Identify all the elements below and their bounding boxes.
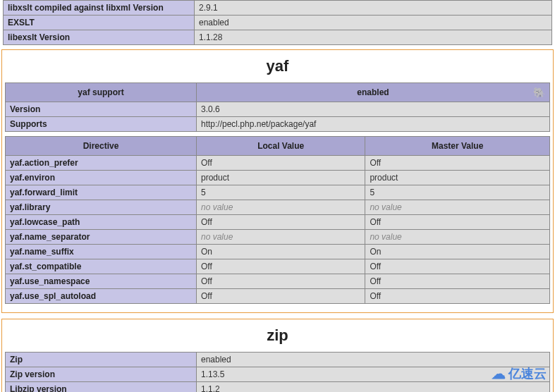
master-value: no value [365,230,550,245]
yaf-title: yaf [5,57,550,75]
local-value: On [197,245,365,259]
zip-title: zip [5,326,550,345]
master-value: Off [365,215,550,230]
local-value: 5 [197,185,365,200]
row-label: Libzip version [6,382,197,393]
master-value: 5 [365,185,550,200]
directive-name: yaf.action_prefer [6,156,197,171]
row-value: http://pecl.php.net/package/yaf [197,117,550,132]
local-value: Off [197,274,365,289]
table-row: yaf.libraryno valueno value [6,200,550,215]
local-value: no value [197,230,365,245]
table-row: Supportshttp://pecl.php.net/package/yaf [6,117,550,132]
table-row: yaf.forward_limit55 [6,185,550,200]
top-table: libxslt compiled against libxml Version2… [3,0,552,45]
local-value: no value [197,200,365,215]
local-value-header: Local Value [197,137,365,156]
table-row: yaf.name_suffixOnOn [6,245,550,259]
row-label: Zip version [6,367,197,382]
master-value: Off [365,156,550,171]
libxml-fragment: libxslt compiled against libxml Version2… [1,0,554,45]
table-row: yaf.action_preferOffOff [6,156,550,171]
directive-header: Directive [6,137,197,156]
table-row: yaf.lowcase_pathOffOff [6,215,550,230]
master-value: On [365,245,550,259]
master-value: product [365,171,550,185]
directive-name: yaf.name_suffix [6,245,197,259]
local-value: Off [197,259,365,274]
yaf-support-header-right-text: enabled [357,87,389,97]
row-label: Version [6,102,197,117]
local-value: Off [197,156,365,171]
zip-table: ZipenabledZip version1.13.5Libzip versio… [5,352,550,392]
row-value: 1.1.2 [197,382,550,393]
directive-name: yaf.st_compatible [6,259,197,274]
row-value: 1.1.28 [195,30,552,45]
directive-name: yaf.forward_limit [6,185,197,200]
php-logo-icon: 🐘 [533,87,545,98]
row-value: enabled [195,16,552,30]
table-row: EXSLTenabled [4,16,552,30]
row-value: 1.13.5 [197,367,550,382]
table-row: yaf.st_compatibleOffOff [6,259,550,274]
table-row: yaf.use_spl_autoloadOffOff [6,289,550,304]
row-value: 3.0.6 [197,102,550,117]
master-value: no value [365,200,550,215]
yaf-support-table: yaf support enabled 🐘 Version3.0.6Suppor… [5,82,550,132]
directive-name: yaf.name_separator [6,230,197,245]
yaf-section: yaf yaf support enabled 🐘 Version3.0.6Su… [1,49,554,313]
directive-name: yaf.library [6,200,197,215]
yaf-directives-table: Directive Local Value Master Value yaf.a… [5,136,550,304]
table-row: Libzip version1.1.2 [6,382,550,393]
row-label: EXSLT [4,16,195,30]
table-row: Version3.0.6 [6,102,550,117]
table-row: libexslt Version1.1.28 [4,30,552,45]
table-row: yaf.name_separatorno valueno value [6,230,550,245]
yaf-support-header-right: enabled 🐘 [197,83,550,102]
directive-name: yaf.environ [6,171,197,185]
master-value: Off [365,259,550,274]
yaf-support-header-left: yaf support [6,83,197,102]
table-row: Zip version1.13.5 [6,367,550,382]
row-label: libexslt Version [4,30,195,45]
master-value-header: Master Value [365,137,550,156]
directive-name: yaf.lowcase_path [6,215,197,230]
row-label: libxslt compiled against libxml Version [4,1,195,16]
master-value: Off [365,274,550,289]
row-value: enabled [197,353,550,367]
directive-name: yaf.use_namespace [6,274,197,289]
local-value: product [197,171,365,185]
row-label: Zip [6,353,197,367]
master-value: Off [365,289,550,304]
table-row: yaf.environproductproduct [6,171,550,185]
local-value: Off [197,215,365,230]
table-row: yaf.use_namespaceOffOff [6,274,550,289]
row-value: 2.9.1 [195,1,552,16]
local-value: Off [197,289,365,304]
zip-section: zip ZipenabledZip version1.13.5Libzip ve… [1,319,554,392]
row-label: Supports [6,117,197,132]
directive-name: yaf.use_spl_autoload [6,289,197,304]
table-row: Zipenabled [6,353,550,367]
table-row: libxslt compiled against libxml Version2… [4,1,552,16]
